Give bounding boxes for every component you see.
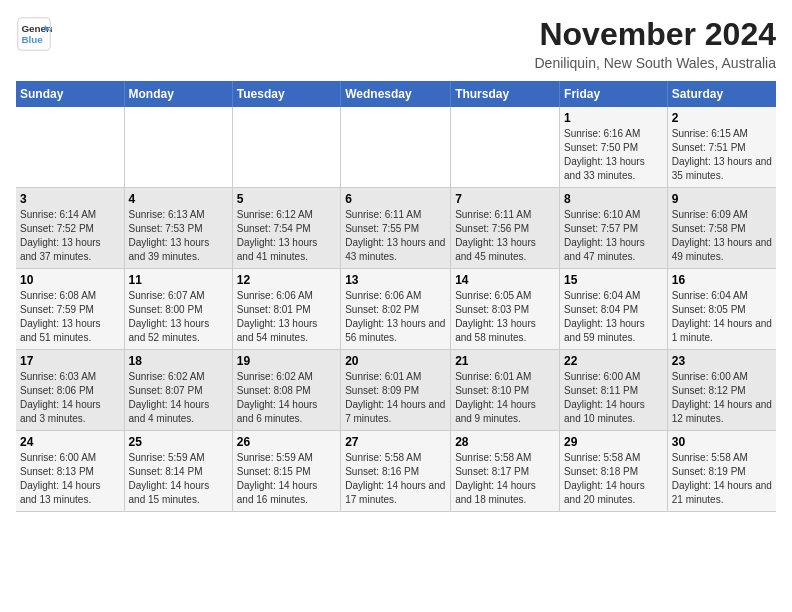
calendar-cell: 27Sunrise: 5:58 AM Sunset: 8:16 PM Dayli… xyxy=(341,431,451,512)
calendar-cell: 24Sunrise: 6:00 AM Sunset: 8:13 PM Dayli… xyxy=(16,431,124,512)
day-info: Sunrise: 5:58 AM Sunset: 8:17 PM Dayligh… xyxy=(455,451,555,507)
day-number: 11 xyxy=(129,273,228,287)
day-info: Sunrise: 5:58 AM Sunset: 8:19 PM Dayligh… xyxy=(672,451,772,507)
day-number: 1 xyxy=(564,111,663,125)
calendar-week-2: 3Sunrise: 6:14 AM Sunset: 7:52 PM Daylig… xyxy=(16,188,776,269)
day-number: 30 xyxy=(672,435,772,449)
day-number: 3 xyxy=(20,192,120,206)
calendar-cell: 18Sunrise: 6:02 AM Sunset: 8:07 PM Dayli… xyxy=(124,350,232,431)
day-info: Sunrise: 5:58 AM Sunset: 8:18 PM Dayligh… xyxy=(564,451,663,507)
calendar-cell: 3Sunrise: 6:14 AM Sunset: 7:52 PM Daylig… xyxy=(16,188,124,269)
day-number: 29 xyxy=(564,435,663,449)
calendar-cell: 13Sunrise: 6:06 AM Sunset: 8:02 PM Dayli… xyxy=(341,269,451,350)
day-info: Sunrise: 6:16 AM Sunset: 7:50 PM Dayligh… xyxy=(564,127,663,183)
calendar-cell xyxy=(451,107,560,188)
day-number: 14 xyxy=(455,273,555,287)
day-info: Sunrise: 6:03 AM Sunset: 8:06 PM Dayligh… xyxy=(20,370,120,426)
weekday-header-saturday: Saturday xyxy=(667,81,776,107)
day-info: Sunrise: 6:05 AM Sunset: 8:03 PM Dayligh… xyxy=(455,289,555,345)
day-number: 17 xyxy=(20,354,120,368)
weekday-header-wednesday: Wednesday xyxy=(341,81,451,107)
day-number: 18 xyxy=(129,354,228,368)
day-info: Sunrise: 6:13 AM Sunset: 7:53 PM Dayligh… xyxy=(129,208,228,264)
day-number: 12 xyxy=(237,273,336,287)
calendar-week-5: 24Sunrise: 6:00 AM Sunset: 8:13 PM Dayli… xyxy=(16,431,776,512)
calendar-cell: 21Sunrise: 6:01 AM Sunset: 8:10 PM Dayli… xyxy=(451,350,560,431)
day-info: Sunrise: 6:00 AM Sunset: 8:12 PM Dayligh… xyxy=(672,370,772,426)
day-number: 28 xyxy=(455,435,555,449)
calendar-week-3: 10Sunrise: 6:08 AM Sunset: 7:59 PM Dayli… xyxy=(16,269,776,350)
day-number: 15 xyxy=(564,273,663,287)
weekday-header-friday: Friday xyxy=(560,81,668,107)
calendar-cell: 29Sunrise: 5:58 AM Sunset: 8:18 PM Dayli… xyxy=(560,431,668,512)
calendar-cell: 10Sunrise: 6:08 AM Sunset: 7:59 PM Dayli… xyxy=(16,269,124,350)
calendar-header-row: SundayMondayTuesdayWednesdayThursdayFrid… xyxy=(16,81,776,107)
day-number: 24 xyxy=(20,435,120,449)
day-number: 13 xyxy=(345,273,446,287)
day-number: 21 xyxy=(455,354,555,368)
day-number: 25 xyxy=(129,435,228,449)
day-info: Sunrise: 6:04 AM Sunset: 8:04 PM Dayligh… xyxy=(564,289,663,345)
logo-icon: General Blue xyxy=(16,16,52,52)
calendar-cell: 7Sunrise: 6:11 AM Sunset: 7:56 PM Daylig… xyxy=(451,188,560,269)
day-number: 19 xyxy=(237,354,336,368)
calendar-cell: 9Sunrise: 6:09 AM Sunset: 7:58 PM Daylig… xyxy=(667,188,776,269)
calendar-cell: 26Sunrise: 5:59 AM Sunset: 8:15 PM Dayli… xyxy=(232,431,340,512)
day-number: 7 xyxy=(455,192,555,206)
calendar-cell xyxy=(341,107,451,188)
calendar-cell: 19Sunrise: 6:02 AM Sunset: 8:08 PM Dayli… xyxy=(232,350,340,431)
day-info: Sunrise: 6:02 AM Sunset: 8:08 PM Dayligh… xyxy=(237,370,336,426)
calendar-cell: 20Sunrise: 6:01 AM Sunset: 8:09 PM Dayli… xyxy=(341,350,451,431)
day-info: Sunrise: 6:12 AM Sunset: 7:54 PM Dayligh… xyxy=(237,208,336,264)
calendar-cell: 14Sunrise: 6:05 AM Sunset: 8:03 PM Dayli… xyxy=(451,269,560,350)
calendar-cell: 1Sunrise: 6:16 AM Sunset: 7:50 PM Daylig… xyxy=(560,107,668,188)
calendar-cell: 15Sunrise: 6:04 AM Sunset: 8:04 PM Dayli… xyxy=(560,269,668,350)
day-number: 20 xyxy=(345,354,446,368)
day-number: 4 xyxy=(129,192,228,206)
calendar-cell: 6Sunrise: 6:11 AM Sunset: 7:55 PM Daylig… xyxy=(341,188,451,269)
weekday-header-tuesday: Tuesday xyxy=(232,81,340,107)
day-info: Sunrise: 5:58 AM Sunset: 8:16 PM Dayligh… xyxy=(345,451,446,507)
calendar-cell: 30Sunrise: 5:58 AM Sunset: 8:19 PM Dayli… xyxy=(667,431,776,512)
day-number: 27 xyxy=(345,435,446,449)
calendar-cell: 12Sunrise: 6:06 AM Sunset: 8:01 PM Dayli… xyxy=(232,269,340,350)
page-header: General Blue November 2024 Deniliquin, N… xyxy=(16,16,776,71)
day-info: Sunrise: 6:07 AM Sunset: 8:00 PM Dayligh… xyxy=(129,289,228,345)
day-info: Sunrise: 6:02 AM Sunset: 8:07 PM Dayligh… xyxy=(129,370,228,426)
calendar-cell: 11Sunrise: 6:07 AM Sunset: 8:00 PM Dayli… xyxy=(124,269,232,350)
title-section: November 2024 Deniliquin, New South Wale… xyxy=(535,16,777,71)
day-info: Sunrise: 6:11 AM Sunset: 7:55 PM Dayligh… xyxy=(345,208,446,264)
day-info: Sunrise: 6:01 AM Sunset: 8:09 PM Dayligh… xyxy=(345,370,446,426)
calendar-week-4: 17Sunrise: 6:03 AM Sunset: 8:06 PM Dayli… xyxy=(16,350,776,431)
day-info: Sunrise: 6:06 AM Sunset: 8:01 PM Dayligh… xyxy=(237,289,336,345)
day-info: Sunrise: 6:04 AM Sunset: 8:05 PM Dayligh… xyxy=(672,289,772,345)
calendar-cell: 4Sunrise: 6:13 AM Sunset: 7:53 PM Daylig… xyxy=(124,188,232,269)
day-info: Sunrise: 5:59 AM Sunset: 8:14 PM Dayligh… xyxy=(129,451,228,507)
logo: General Blue xyxy=(16,16,56,52)
day-info: Sunrise: 6:15 AM Sunset: 7:51 PM Dayligh… xyxy=(672,127,772,183)
calendar-table: SundayMondayTuesdayWednesdayThursdayFrid… xyxy=(16,81,776,512)
day-info: Sunrise: 6:09 AM Sunset: 7:58 PM Dayligh… xyxy=(672,208,772,264)
weekday-header-sunday: Sunday xyxy=(16,81,124,107)
subtitle: Deniliquin, New South Wales, Australia xyxy=(535,55,777,71)
calendar-cell: 28Sunrise: 5:58 AM Sunset: 8:17 PM Dayli… xyxy=(451,431,560,512)
calendar-cell xyxy=(16,107,124,188)
day-info: Sunrise: 6:14 AM Sunset: 7:52 PM Dayligh… xyxy=(20,208,120,264)
calendar-week-1: 1Sunrise: 6:16 AM Sunset: 7:50 PM Daylig… xyxy=(16,107,776,188)
calendar-cell: 2Sunrise: 6:15 AM Sunset: 7:51 PM Daylig… xyxy=(667,107,776,188)
calendar-cell: 25Sunrise: 5:59 AM Sunset: 8:14 PM Dayli… xyxy=(124,431,232,512)
svg-text:Blue: Blue xyxy=(21,34,43,45)
day-number: 22 xyxy=(564,354,663,368)
day-info: Sunrise: 6:08 AM Sunset: 7:59 PM Dayligh… xyxy=(20,289,120,345)
calendar-cell: 22Sunrise: 6:00 AM Sunset: 8:11 PM Dayli… xyxy=(560,350,668,431)
day-number: 6 xyxy=(345,192,446,206)
day-number: 8 xyxy=(564,192,663,206)
calendar-cell: 23Sunrise: 6:00 AM Sunset: 8:12 PM Dayli… xyxy=(667,350,776,431)
calendar-cell xyxy=(232,107,340,188)
day-number: 23 xyxy=(672,354,772,368)
calendar-cell: 16Sunrise: 6:04 AM Sunset: 8:05 PM Dayli… xyxy=(667,269,776,350)
calendar-cell: 8Sunrise: 6:10 AM Sunset: 7:57 PM Daylig… xyxy=(560,188,668,269)
day-number: 2 xyxy=(672,111,772,125)
day-info: Sunrise: 5:59 AM Sunset: 8:15 PM Dayligh… xyxy=(237,451,336,507)
day-info: Sunrise: 6:01 AM Sunset: 8:10 PM Dayligh… xyxy=(455,370,555,426)
